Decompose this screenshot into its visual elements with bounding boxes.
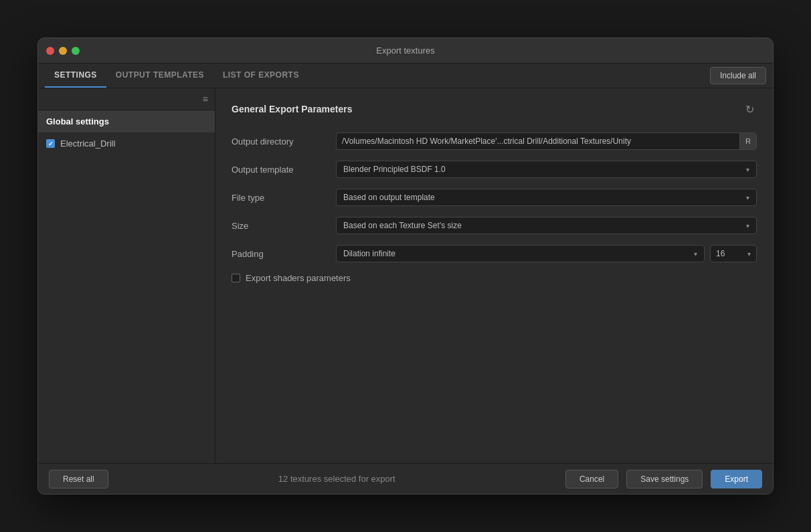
output-template-chevron-icon: ▾	[746, 166, 749, 173]
padding-control: Dilation infinite ▾ 16 ▾	[336, 245, 757, 262]
size-dropdown[interactable]: Based on each Texture Set's size ▾	[336, 217, 757, 234]
file-type-dropdown[interactable]: Based on output template ▾	[336, 189, 757, 206]
file-type-chevron-icon: ▾	[746, 194, 749, 201]
cancel-button[interactable]: Cancel	[565, 470, 618, 489]
output-template-control: Blender Principled BSDF 1.0 ▾	[336, 161, 757, 178]
output-directory-label: Output directory	[232, 137, 325, 147]
main-content: ≡ Global settings Electrical_Drill Gener…	[38, 88, 773, 463]
padding-small-dropdown[interactable]: 16 ▾	[710, 245, 757, 262]
size-value: Based on each Texture Set's size	[343, 221, 462, 230]
global-settings-label: Global settings	[46, 116, 109, 126]
output-template-dropdown[interactable]: Blender Principled BSDF 1.0 ▾	[336, 161, 757, 178]
sidebar-item-global-settings[interactable]: Global settings	[38, 110, 215, 132]
file-type-value: Based on output template	[343, 193, 435, 202]
tab-output-templates[interactable]: OUTPUT TEMPLATES	[106, 64, 213, 88]
tabs-bar: SETTINGS OUTPUT TEMPLATES LIST OF EXPORT…	[38, 64, 773, 88]
footer: Reset all 12 textures selected for expor…	[38, 463, 773, 494]
electrical-drill-checkbox[interactable]	[46, 139, 55, 148]
export-status: 12 textures selected for export	[116, 474, 557, 484]
tab-settings[interactable]: SETTINGS	[45, 64, 106, 88]
include-all-button[interactable]: Include all	[710, 67, 766, 84]
sidebar-item-electrical-drill[interactable]: Electrical_Drill	[38, 132, 215, 155]
file-type-row: File type Based on output template ▾	[232, 189, 757, 206]
tab-list-of-exports[interactable]: LIST OF EXPORTS	[213, 64, 308, 88]
traffic-lights	[46, 47, 80, 55]
export-shaders-row: Export shaders parameters	[232, 273, 757, 283]
output-directory-value: /Volumes/Macintosh HD Work/MarketPlace'.…	[342, 137, 734, 146]
file-type-label: File type	[232, 193, 325, 203]
titlebar: Export textures	[38, 38, 773, 64]
export-shaders-checkbox[interactable]	[232, 274, 240, 282]
padding-small-chevron-icon: ▾	[747, 250, 751, 258]
export-button[interactable]: Export	[711, 470, 762, 489]
padding-label: Padding	[232, 249, 325, 259]
minimize-button[interactable]	[59, 47, 67, 55]
size-chevron-icon: ▾	[746, 222, 749, 230]
output-template-label: Output template	[232, 165, 325, 175]
file-type-control: Based on output template ▾	[336, 189, 757, 206]
size-label: Size	[232, 221, 325, 231]
sidebar-toolbar: ≡	[38, 88, 215, 110]
padding-main-chevron-icon: ▾	[694, 250, 697, 258]
output-directory-control: /Volumes/Macintosh HD Work/MarketPlace'.…	[336, 132, 757, 150]
section-title: General Export Parameters	[232, 104, 353, 114]
output-template-row: Output template Blender Principled BSDF …	[232, 161, 757, 178]
sidebar: ≡ Global settings Electrical_Drill	[38, 88, 215, 463]
padding-main-dropdown[interactable]: Dilation infinite ▾	[336, 245, 705, 262]
refresh-icon[interactable]: ↻	[742, 102, 757, 116]
save-settings-button[interactable]: Save settings	[626, 470, 703, 489]
output-directory-row: Output directory /Volumes/Macintosh HD W…	[232, 132, 757, 150]
section-header: General Export Parameters ↻	[232, 102, 757, 116]
size-row: Size Based on each Texture Set's size ▾	[232, 217, 757, 234]
reset-all-button[interactable]: Reset all	[49, 470, 108, 489]
padding-main-value: Dilation infinite	[343, 249, 395, 258]
padding-small-value: 16	[716, 249, 725, 258]
padding-inputs: Dilation infinite ▾ 16 ▾	[336, 245, 757, 262]
export-shaders-label: Export shaders parameters	[246, 273, 351, 283]
electrical-drill-label: Electrical_Drill	[60, 139, 115, 149]
filter-icon[interactable]: ≡	[203, 94, 208, 104]
content-area: General Export Parameters ↻ Output direc…	[215, 88, 773, 463]
window-title: Export textures	[376, 46, 434, 56]
export-textures-window: Export textures SETTINGS OUTPUT TEMPLATE…	[37, 37, 774, 495]
size-control: Based on each Texture Set's size ▾	[336, 217, 757, 234]
close-button[interactable]	[46, 47, 54, 55]
padding-row: Padding Dilation infinite ▾ 16 ▾	[232, 245, 757, 262]
output-template-value: Blender Principled BSDF 1.0	[343, 165, 446, 174]
maximize-button[interactable]	[72, 47, 80, 55]
output-directory-input[interactable]: /Volumes/Macintosh HD Work/MarketPlace'.…	[336, 132, 757, 150]
output-directory-browse-button[interactable]: R	[739, 133, 756, 149]
